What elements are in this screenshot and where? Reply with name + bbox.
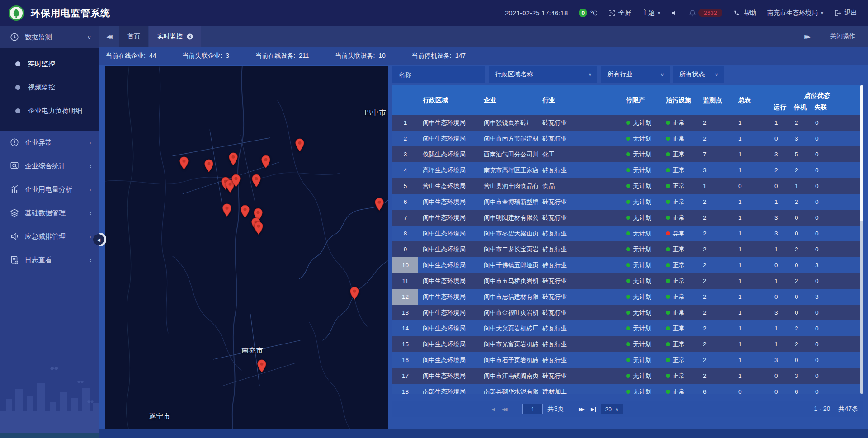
table-row[interactable]: 17 阆中生态环境局 阆中市江南镇阆南页岩 砖瓦行业 无计划 正常 2 1 0 … — [392, 368, 863, 384]
scrollbar-thumb[interactable] — [860, 85, 863, 221]
page-number-input[interactable] — [522, 404, 543, 414]
sidebar-subitem[interactable]: 视频监控 — [0, 75, 99, 99]
facility-label: 正常 — [673, 293, 685, 301]
sidebar-subitem[interactable]: 企业电力负荷明细 — [0, 99, 99, 122]
map-pin-icon[interactable] — [350, 287, 359, 300]
sidebar-subitem[interactable]: 实时监控 — [0, 52, 99, 75]
map-pin-icon[interactable] — [228, 152, 238, 166]
chevron-icon: ‹ — [90, 186, 91, 193]
sidebar-item-7[interactable]: 日志查看 ‹ — [0, 248, 99, 272]
sidebar-item-3[interactable]: 企业综合统计 ‹ — [0, 154, 99, 178]
fullscreen-button[interactable]: 全屏 — [608, 9, 631, 17]
org-dropdown[interactable]: 南充市生态环境局▾ — [767, 9, 823, 17]
tabs-scroll-right-button[interactable]: ▶▶ — [797, 33, 817, 40]
table-row[interactable]: 2 阆中生态环境局 阆中市南方节能建材有 砖瓦行业 无计划 正常 2 1 0 3… — [392, 131, 863, 146]
stats-icon — [10, 161, 19, 170]
close-operations-button[interactable]: 关闭操作 — [830, 33, 855, 41]
map-pin-icon[interactable] — [204, 159, 213, 173]
table-row[interactable]: 7 阆中生态环境局 阆中明阳建材有限公司 砖瓦行业 无计划 正常 2 1 3 0… — [392, 210, 863, 226]
table-row[interactable]: 9 阆中生态环境局 阆中市二龙长宝页岩砖 砖瓦行业 无计划 正常 2 1 1 2… — [392, 241, 863, 257]
map-pin-icon[interactable] — [254, 221, 263, 235]
region-filter-select[interactable]: 行政区域名称∨ — [489, 66, 597, 83]
col-company: 企业 — [479, 85, 538, 115]
first-page-button[interactable]: ◀ — [490, 405, 496, 413]
cell-industry: 砖瓦行业 — [538, 198, 622, 206]
table-row[interactable]: 12 阆中生态环境局 阆中市忠信建材有限公 砖瓦行业 无计划 正常 2 1 0 … — [392, 289, 863, 305]
sound-button[interactable] — [671, 9, 678, 17]
sidebar-item-label: 企业用电量分析 — [25, 185, 90, 194]
sidebar-item-1[interactable]: 数据监测 ∨ — [0, 26, 99, 48]
map-pin-icon[interactable] — [257, 359, 267, 373]
status-filter-select[interactable]: 所有状态∨ — [673, 66, 724, 83]
cell-region: 高坪生态环境局 — [418, 166, 479, 174]
cell-industry: 砖瓦行业 — [538, 372, 622, 380]
cell-halt: 0 — [790, 293, 811, 300]
table-row[interactable]: 3 仪陇生态环境局 西南油气田分公司川中 化工 无计划 正常 7 1 3 5 0 — [392, 146, 863, 162]
last-page-button[interactable]: ▶ — [590, 405, 596, 413]
tabs-scroll-left-button[interactable]: ◀◀ — [99, 26, 119, 47]
table-row[interactable]: 5 营山生态环境局 营山县润丰肉食品有限 食品 无计划 正常 1 0 0 1 0 — [392, 178, 863, 194]
notification-badge[interactable]: 2632 — [689, 9, 722, 17]
table-row[interactable]: 15 阆中生态环境局 阆中市光富页岩机砖厂 砖瓦行业 无计划 正常 2 1 1 … — [392, 336, 863, 352]
map-pin-icon[interactable] — [222, 203, 231, 217]
table-row[interactable]: 18 南部生态环境局 南部县砌华水泥有限公 建材加工 无计划 正常 6 0 0 … — [392, 384, 863, 394]
status-dot — [666, 279, 670, 283]
table-scrollbar[interactable] — [860, 85, 863, 394]
sidebar-item-4[interactable]: 企业用电量分析 ‹ — [0, 178, 99, 201]
table-row[interactable]: 10 阆中生态环境局 阆中千佛镇五郎垭页岩 砖瓦行业 无计划 正常 2 1 0 … — [392, 257, 863, 273]
status-dot — [666, 200, 670, 204]
table-row[interactable]: 14 阆中生态环境局 阆中大兴页岩机砖厂 砖瓦行业 无计划 正常 2 1 1 2… — [392, 320, 863, 336]
page-size-select[interactable]: 20∨ — [601, 404, 623, 414]
map-pin-icon[interactable] — [251, 174, 261, 188]
stop-label: 无计划 — [633, 388, 651, 394]
map-pin-icon[interactable] — [179, 156, 189, 170]
table-row[interactable]: 6 阆中生态环境局 阆中市金博瑞新型墙材 砖瓦行业 无计划 正常 2 1 1 2… — [392, 194, 863, 210]
chevron-down-icon: ∨ — [615, 407, 618, 412]
cell-stop-status: 无计划 — [622, 388, 661, 394]
map-pin-icon[interactable] — [241, 205, 250, 218]
cell-lost: 0 — [811, 183, 863, 189]
prev-page-button[interactable]: ◀◀ — [500, 405, 508, 413]
tab[interactable]: 首页 — [119, 26, 148, 47]
sidebar-item-6[interactable]: 应急减排管理 ‹ — [0, 225, 99, 248]
tab-close-icon[interactable] — [187, 33, 193, 40]
name-filter-input[interactable] — [392, 66, 485, 83]
double-right-arrow-icon: ▶▶ — [804, 33, 810, 40]
cell-points: 2 — [698, 198, 734, 205]
next-page-button[interactable]: ▶▶ — [578, 405, 585, 413]
chevron-icon: ‹ — [90, 233, 91, 240]
sidebar-item-2[interactable]: 企业异常 ‹ — [0, 131, 99, 154]
industry-filter-select[interactable]: 所有行业∨ — [601, 66, 670, 83]
table-row[interactable]: 13 阆中生态环境局 阆中市金福旺页岩机砖 砖瓦行业 无计划 正常 2 1 3 … — [392, 305, 863, 320]
map-pin-icon[interactable] — [261, 155, 271, 169]
logout-label: 退出 — [844, 9, 857, 17]
cell-halt: 2 — [790, 278, 811, 284]
table-row[interactable]: 4 高坪生态环境局 南充市高坪区王家店建 砖瓦行业 无计划 正常 3 1 2 2… — [392, 162, 863, 178]
cell-run: 3 — [770, 214, 790, 221]
cell-industry: 砖瓦行业 — [538, 340, 622, 349]
cell-facility-status: 正常 — [661, 388, 698, 394]
cell-index: 16 — [392, 352, 418, 368]
tab[interactable]: 实时监控 — [149, 26, 201, 47]
table-header: 行政区域 企业 行业 停限产 治污设施 监测点 总表 点位状态 运行 停机 失联 — [392, 85, 863, 115]
table-row[interactable]: 8 阆中生态环境局 阆中市枣碧大梁山页岩 砖瓦行业 无计划 异常 2 1 3 0… — [392, 226, 863, 241]
cell-facility-status: 正常 — [661, 119, 698, 127]
cell-company: 阆中市金福旺页岩机砖 — [479, 309, 538, 317]
logout-button[interactable]: 退出 — [834, 9, 857, 17]
table-row[interactable]: 16 阆中生态环境局 阆中市石子页岩机砖厂 砖瓦行业 无计划 正常 2 1 3 … — [392, 352, 863, 368]
sidebar-subitem-label: 企业电力负荷明细 — [28, 107, 82, 115]
sidebar-item-label: 企业综合统计 — [25, 162, 90, 170]
map-pin-icon[interactable] — [231, 174, 241, 188]
status-dot-green — [626, 200, 630, 204]
sidebar-item-5[interactable]: 基础数据管理 ‹ — [0, 201, 99, 225]
table-row[interactable]: 11 阆中生态环境局 阆中市五马桥页岩机砖 砖瓦行业 无计划 正常 2 1 1 … — [392, 273, 863, 289]
help-button[interactable]: 帮助 — [733, 9, 756, 17]
theme-dropdown[interactable]: 主题▾ — [642, 9, 660, 17]
pagination-controls: ◀ ◀◀ 共3页 ▶▶ ▶ 20∨ — [490, 404, 623, 414]
stop-label: 无计划 — [633, 214, 651, 222]
table-row[interactable]: 1 阆中生态环境局 阆中强锐页岩砖厂 砖瓦行业 无计划 正常 2 1 1 2 0 — [392, 115, 863, 131]
map-pin-icon[interactable] — [375, 198, 384, 211]
map-panel[interactable]: 巴中市南充市遂宁市 — [105, 66, 388, 429]
map-pin-icon[interactable] — [295, 138, 304, 152]
status-dot-green — [626, 311, 630, 315]
